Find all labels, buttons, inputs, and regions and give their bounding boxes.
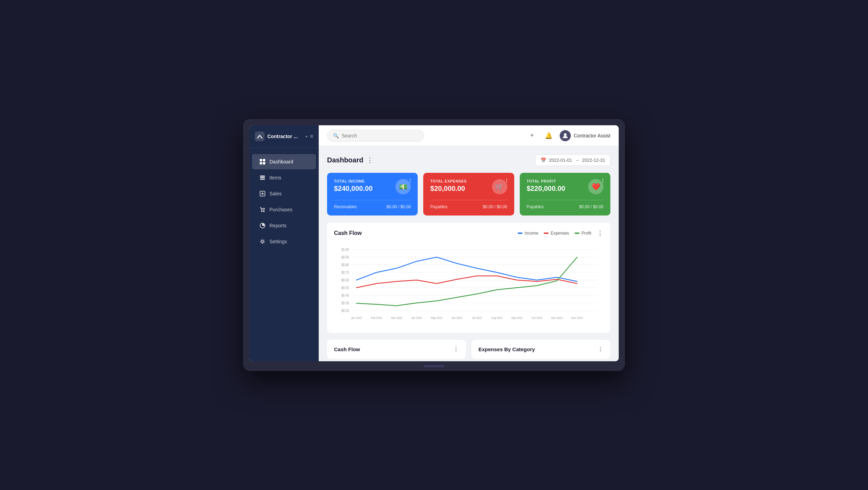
sidebar-item-dashboard[interactable]: Dashboard <box>252 154 316 169</box>
profit-card-more-button[interactable]: ⋮ <box>600 178 606 183</box>
sidebar-header: Contractor ... ▾ ≡ <box>249 125 319 148</box>
legend-expenses-dot <box>544 233 549 234</box>
svg-point-14 <box>261 240 264 243</box>
sidebar: Contractor ... ▾ ≡ Dashboard <box>249 125 319 361</box>
chevron-down-icon[interactable]: ▾ <box>306 135 307 138</box>
svg-text:Oct 2022: Oct 2022 <box>532 316 543 320</box>
svg-text:Jun 2022: Jun 2022 <box>451 316 462 320</box>
income-card-label: TOTAL INCOME <box>334 179 373 183</box>
svg-text:Aug 2022: Aug 2022 <box>491 316 502 320</box>
svg-text:May 2022: May 2022 <box>431 316 443 320</box>
profit-card-footer: Payables $0.00 / $0.00 <box>527 200 603 209</box>
svg-rect-5 <box>260 176 265 177</box>
sales-icon <box>259 190 266 197</box>
svg-rect-7 <box>260 179 265 180</box>
cash-flow-widget-title: Cash Flow <box>334 346 360 352</box>
search-icon: 🔍 <box>333 133 339 138</box>
expenses-footer-value: $0.00 / $0.00 <box>483 204 507 209</box>
expenses-category-widget-header: Expenses By Category ⋮ <box>478 346 603 353</box>
svg-text:$0.60: $0.60 <box>342 278 349 282</box>
bottom-widgets: Cash Flow ⋮ Expenses By Category ⋮ <box>327 340 610 359</box>
svg-text:$0.90: $0.90 <box>342 255 349 259</box>
cashflow-chart-more-button[interactable]: ⋮ <box>597 229 603 237</box>
cashflow-chart-title: Cash Flow <box>334 230 362 236</box>
svg-text:$0.80: $0.80 <box>342 263 349 267</box>
page-title-row: Dashboard ⋮ <box>327 156 373 164</box>
svg-text:Feb 2022: Feb 2022 <box>371 316 382 320</box>
sidebar-item-settings[interactable]: Settings <box>252 234 316 249</box>
date-range-picker[interactable]: 📅 2022-01-01 → 2022-12-31 <box>535 154 610 166</box>
expenses-category-widget-title: Expenses By Category <box>478 346 535 352</box>
sidebar-item-items[interactable]: Items <box>252 170 316 185</box>
svg-text:$0.70: $0.70 <box>342 271 349 274</box>
expenses-card-header: TOTAL EXPENSES $20,000.00 🛒 <box>430 179 507 194</box>
cash-flow-widget: Cash Flow ⋮ <box>327 340 466 359</box>
expenses-card-amount: $20,000.00 <box>430 185 467 193</box>
calendar-icon: 📅 <box>541 158 546 163</box>
notifications-button[interactable]: 🔔 <box>543 130 554 141</box>
svg-text:Nov 2022: Nov 2022 <box>551 316 563 320</box>
expenses-category-widget: Expenses By Category ⋮ <box>471 340 610 359</box>
cashflow-chart-header: Cash Flow Income Expenses <box>334 229 603 237</box>
svg-text:$0.30: $0.30 <box>342 301 349 305</box>
page-header: Dashboard ⋮ 📅 2022-01-01 → 2022-12-31 <box>327 154 610 166</box>
search-input[interactable] <box>342 133 411 138</box>
sidebar-item-purchases[interactable]: Purchases <box>252 202 316 217</box>
add-button[interactable]: + <box>526 130 537 141</box>
legend-expenses: Expenses <box>544 231 569 236</box>
user-profile[interactable]: Contractor Assist <box>560 130 610 141</box>
expenses-footer-label: Payables <box>430 204 447 209</box>
date-separator: → <box>575 158 579 163</box>
sidebar-item-sales[interactable]: Sales <box>252 186 316 201</box>
profit-card-label: TOTAL PROFIT <box>527 179 565 183</box>
search-bar[interactable]: 🔍 <box>327 130 424 142</box>
svg-text:$0.20: $0.20 <box>342 309 349 313</box>
svg-rect-2 <box>263 159 265 161</box>
sidebar-item-reports-label: Reports <box>269 223 286 228</box>
hamburger-icon[interactable]: ≡ <box>310 133 313 140</box>
cashflow-legend: Income Expenses Profit <box>518 231 591 236</box>
sidebar-item-settings-label: Settings <box>269 239 287 244</box>
svg-rect-1 <box>260 159 262 161</box>
settings-icon <box>259 238 266 245</box>
profit-card: ⋮ TOTAL PROFIT $220,000.00 ❤️ Payables <box>520 173 610 216</box>
svg-rect-3 <box>260 162 262 164</box>
income-card-more-button[interactable]: ⋮ <box>408 178 413 183</box>
page-title: Dashboard <box>327 156 363 164</box>
cash-flow-widget-more-button[interactable]: ⋮ <box>453 346 459 353</box>
dashboard-icon <box>259 158 266 165</box>
date-to: 2022-12-31 <box>582 158 606 163</box>
expenses-card-more-button[interactable]: ⋮ <box>504 178 509 183</box>
svg-text:Sep 2022: Sep 2022 <box>511 316 523 320</box>
sidebar-item-purchases-label: Purchases <box>269 207 292 212</box>
main-content: Dashboard ⋮ 📅 2022-01-01 → 2022-12-31 <box>319 146 619 361</box>
expenses-card-label: TOTAL EXPENSES <box>430 179 467 183</box>
expenses-category-widget-more-button[interactable]: ⋮ <box>598 346 603 353</box>
svg-point-11 <box>261 211 262 212</box>
legend-income-label: Income <box>525 231 538 236</box>
svg-text:Mar 2022: Mar 2022 <box>391 316 402 320</box>
date-from: 2022-01-01 <box>549 158 572 163</box>
legend-expenses-label: Expenses <box>551 231 569 236</box>
income-card-footer: Receivables $0.00 / $0.00 <box>334 200 411 209</box>
legend-income-dot <box>518 233 523 234</box>
svg-text:Apr 2022: Apr 2022 <box>411 316 422 320</box>
sidebar-logo-icon <box>255 132 265 141</box>
items-icon <box>259 174 266 181</box>
legend-profit-label: Profit <box>582 231 591 236</box>
laptop-notch <box>424 365 444 367</box>
income-card-header: TOTAL INCOME $240,000.00 💵 <box>334 179 411 194</box>
profit-footer-value: $0.00 / $0.00 <box>579 204 603 209</box>
sidebar-nav: Dashboard Items Sales <box>249 148 319 361</box>
topbar-actions: + 🔔 Contractor Assist <box>526 130 610 141</box>
svg-rect-4 <box>263 162 265 164</box>
expenses-card: ⋮ TOTAL EXPENSES $20,000.00 🛒 Payables <box>423 173 514 216</box>
svg-text:$0.50: $0.50 <box>342 286 349 290</box>
svg-point-15 <box>564 133 567 136</box>
income-footer-label: Receivables <box>334 204 357 209</box>
svg-text:Dec 2022: Dec 2022 <box>571 316 583 320</box>
cashflow-chart-svg: $1.00 $0.90 $0.80 $0.70 $0.60 $0.50 $0.4… <box>334 243 603 326</box>
dashboard-more-button[interactable]: ⋮ <box>367 157 373 164</box>
sidebar-item-reports[interactable]: Reports <box>252 218 316 233</box>
sidebar-item-items-label: Items <box>269 175 281 180</box>
